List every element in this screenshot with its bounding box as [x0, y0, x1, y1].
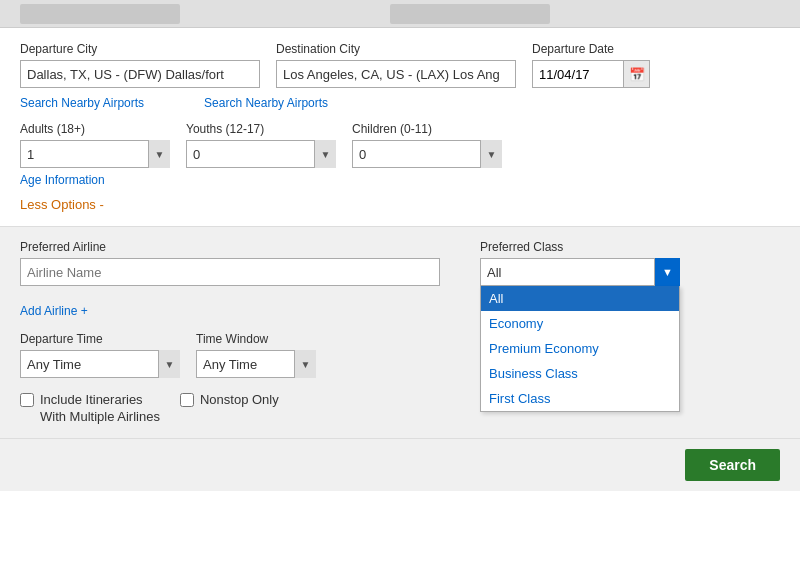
multiple-airlines-group: Include Itineraries With Multiple Airlin… [20, 392, 160, 424]
multiple-airlines-checkbox[interactable] [20, 393, 34, 407]
passengers-row: Adults (18+) 1234 ▼ Youths (12-17) 012 ▼ [20, 122, 780, 168]
nearby-airports-row: Search Nearby Airports Search Nearby Air… [20, 96, 780, 110]
youths-select-wrapper: 012 ▼ [186, 140, 336, 168]
departure-date-label: Departure Date [532, 42, 650, 56]
departure-date-group: Departure Date 📅 [532, 42, 650, 88]
preferred-airline-col: Preferred Airline Add Airline + [20, 239, 440, 318]
bottom-bar: Search [0, 438, 800, 491]
children-select[interactable]: 012 [352, 140, 502, 168]
departure-time-group: Departure Time Any Time Morning Afternoo… [20, 332, 180, 378]
calendar-icon[interactable]: 📅 [623, 61, 649, 87]
dropdown-option-all[interactable]: All [481, 286, 679, 311]
dropdown-option-premium-economy[interactable]: Premium Economy [481, 336, 679, 361]
departure-time-select[interactable]: Any Time Morning Afternoon Evening [20, 350, 180, 378]
top-input-2 [390, 4, 550, 24]
class-select-wrapper: All Economy Premium Economy Business Cla… [480, 258, 680, 286]
youths-select[interactable]: 012 [186, 140, 336, 168]
adults-select-wrapper: 1234 ▼ [20, 140, 170, 168]
dropdown-option-business[interactable]: Business Class [481, 361, 679, 386]
preferred-class-label: Preferred Class [480, 240, 563, 254]
age-info-wrapper: Age Information [20, 172, 780, 187]
destination-city-group: Destination City [276, 42, 516, 88]
time-window-select-wrapper: Any Time ±1 hour ±2 hours ▼ [196, 350, 316, 378]
search-button[interactable]: Search [685, 449, 780, 481]
multiple-airlines-sublabel: With Multiple Airlines [40, 409, 160, 424]
nonstop-group: Nonstop Only [180, 392, 279, 407]
nonstop-label: Nonstop Only [200, 392, 279, 407]
multiple-airlines-label: Include Itineraries [40, 392, 143, 407]
youths-label: Youths (12-17) [186, 122, 336, 136]
nearby-airports-link-2[interactable]: Search Nearby Airports [204, 96, 328, 110]
children-select-wrapper: 012 ▼ [352, 140, 502, 168]
time-window-group: Time Window Any Time ±1 hour ±2 hours ▼ [196, 332, 316, 378]
top-bar [0, 0, 800, 28]
class-dropdown-open: All Economy Premium Economy Business Cla… [480, 286, 680, 412]
less-options-wrapper: Less Options - [20, 197, 780, 212]
children-label: Children (0-11) [352, 122, 502, 136]
nonstop-row: Nonstop Only [180, 392, 279, 407]
add-airline-wrapper: Add Airline + [20, 296, 440, 318]
dropdown-option-economy[interactable]: Economy [481, 311, 679, 336]
nonstop-checkbox[interactable] [180, 393, 194, 407]
multiple-airlines-row: Include Itineraries [20, 392, 160, 407]
preferred-airline-label: Preferred Airline [20, 240, 106, 254]
adults-select[interactable]: 1234 [20, 140, 170, 168]
time-window-label: Time Window [196, 332, 316, 346]
form-section: Departure City Destination City Departur… [0, 28, 800, 212]
preferred-row: Preferred Airline Add Airline + Preferre… [20, 239, 780, 318]
adults-label: Adults (18+) [20, 122, 170, 136]
nearby-airports-link-1[interactable]: Search Nearby Airports [20, 96, 144, 110]
less-options-toggle[interactable]: Less Options - [20, 197, 104, 212]
time-window-select[interactable]: Any Time ±1 hour ±2 hours [196, 350, 316, 378]
age-info-link[interactable]: Age Information [20, 173, 105, 187]
city-date-row: Departure City Destination City Departur… [20, 42, 780, 88]
youths-group: Youths (12-17) 012 ▼ [186, 122, 336, 168]
page-wrapper: Departure City Destination City Departur… [0, 0, 800, 567]
children-group: Children (0-11) 012 ▼ [352, 122, 502, 168]
dropdown-option-first[interactable]: First Class [481, 386, 679, 411]
preferred-class-select[interactable]: All Economy Premium Economy Business Cla… [480, 258, 680, 286]
departure-city-input[interactable] [20, 60, 260, 88]
preferred-airline-input[interactable] [20, 258, 440, 286]
adults-group: Adults (18+) 1234 ▼ [20, 122, 170, 168]
departure-time-label: Departure Time [20, 332, 180, 346]
destination-city-input[interactable] [276, 60, 516, 88]
departure-time-select-wrapper: Any Time Morning Afternoon Evening ▼ [20, 350, 180, 378]
options-section: Preferred Airline Add Airline + Preferre… [0, 226, 800, 438]
departure-city-label: Departure City [20, 42, 260, 56]
departure-city-group: Departure City [20, 42, 260, 88]
departure-date-input[interactable] [533, 61, 623, 87]
destination-city-label: Destination City [276, 42, 516, 56]
date-input-wrapper: 📅 [532, 60, 650, 88]
preferred-class-col: Preferred Class All Economy Premium Econ… [480, 239, 680, 286]
top-input-1 [20, 4, 180, 24]
add-airline-link[interactable]: Add Airline + [20, 304, 88, 318]
